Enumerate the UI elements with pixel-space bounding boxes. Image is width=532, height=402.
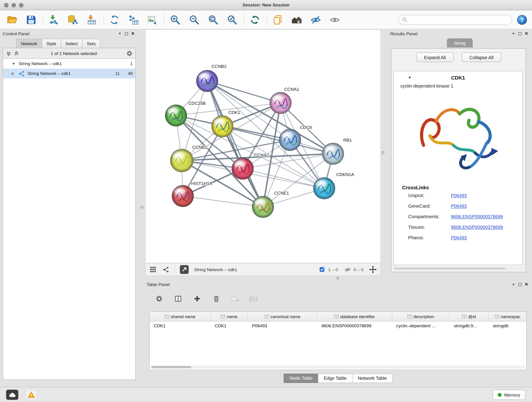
zoom-fit-icon[interactable] bbox=[206, 13, 220, 27]
selected-checkbox-icon bbox=[318, 265, 326, 274]
search-field[interactable] bbox=[399, 15, 512, 24]
network-node-cdk1[interactable]: CDK1 bbox=[211, 110, 240, 137]
export-image-icon[interactable] bbox=[145, 13, 159, 27]
column-header-namespace[interactable]: namespac bbox=[489, 312, 526, 321]
column-header-shared-name[interactable]: shared name bbox=[150, 312, 210, 321]
string-network-icon bbox=[19, 70, 25, 77]
new-network-table-icon[interactable] bbox=[126, 13, 140, 27]
results-panel-header: Results Panel ▼ × bbox=[390, 30, 529, 38]
import-network-file-icon[interactable] bbox=[46, 13, 61, 27]
open-in-new-window-button[interactable] bbox=[180, 265, 189, 274]
expand-all-button[interactable]: Expand All bbox=[416, 53, 454, 62]
cloud-services-button[interactable] bbox=[6, 390, 18, 400]
collapse-all-icon[interactable] bbox=[6, 51, 12, 56]
close-window-icon[interactable] bbox=[4, 3, 8, 7]
right-splitter-handle[interactable] bbox=[381, 151, 385, 154]
network-node-ccnb1[interactable]: CCNB1 bbox=[170, 145, 207, 172]
disclosure-triangle-icon[interactable]: ▼ bbox=[12, 62, 15, 65]
network-node-ccna1[interactable]: CCNA1 bbox=[270, 87, 299, 114]
compartments-link[interactable]: 9606.ENSP00000378699 bbox=[451, 214, 503, 219]
network-view-toolbar: String Network – cdk1 1 – 0 0 – 0 bbox=[145, 263, 381, 276]
table-type-tabs: Node Table Edge Table Network Table bbox=[147, 374, 530, 383]
search-input[interactable] bbox=[409, 16, 512, 24]
tab-sets[interactable]: Sets bbox=[82, 39, 100, 48]
collapse-panel-icon[interactable]: ▼ bbox=[512, 283, 515, 286]
left-splitter-handle[interactable] bbox=[140, 206, 143, 209]
disclosure-triangle-icon[interactable]: ▼ bbox=[408, 75, 412, 80]
tab-string[interactable]: String bbox=[447, 38, 473, 47]
pharos-link[interactable]: P06493 bbox=[451, 235, 467, 240]
network-edge[interactable] bbox=[183, 196, 263, 207]
crosslink-row-tissues: Tissues: 9606.ENSP00000378699 bbox=[394, 222, 523, 233]
bottom-splitter-handle[interactable] bbox=[336, 277, 339, 280]
show-columns-icon[interactable] bbox=[173, 294, 183, 304]
refresh-icon[interactable] bbox=[248, 13, 262, 27]
tab-style[interactable]: Style bbox=[42, 39, 61, 48]
zoom-out-icon[interactable] bbox=[187, 13, 201, 27]
network-row-selected[interactable]: String Network – cdk1 11 48 bbox=[3, 69, 135, 78]
tab-network-table[interactable]: Network Table bbox=[352, 374, 393, 383]
network-node-rb1[interactable]: RB1 bbox=[322, 138, 352, 165]
table-row[interactable]: CDK1 CDK1 P06493 9606.ENSP00000378699 cy… bbox=[150, 321, 526, 330]
warnings-button[interactable] bbox=[26, 390, 37, 400]
column-header-database-identifier[interactable]: database identifier bbox=[317, 312, 392, 321]
column-header-name[interactable]: name bbox=[210, 312, 248, 321]
tab-node-table[interactable]: Node Table bbox=[284, 374, 318, 383]
window-title: Session: New Session bbox=[0, 0, 532, 10]
new-network-icon[interactable] bbox=[107, 13, 121, 27]
memory-button[interactable]: Memory bbox=[493, 390, 525, 400]
zoom-in-icon[interactable] bbox=[168, 13, 182, 27]
add-column-icon[interactable] bbox=[192, 294, 202, 304]
minimize-window-icon[interactable] bbox=[12, 3, 16, 7]
float-panel-icon[interactable] bbox=[518, 283, 521, 286]
copy-icon[interactable] bbox=[270, 13, 285, 27]
network-edge[interactable] bbox=[207, 81, 280, 103]
column-header-description[interactable]: description bbox=[392, 312, 450, 321]
show-all-networks-icon[interactable] bbox=[289, 13, 304, 27]
network-selection-status: 1 of 1 Network selected bbox=[21, 51, 126, 56]
protein-card-header[interactable]: ▼ CDK1 bbox=[394, 71, 523, 83]
network-edge[interactable] bbox=[207, 81, 263, 207]
protein-full-name: cyclin-dependent kinase 1 bbox=[394, 83, 523, 89]
network-options-gear-icon[interactable] bbox=[126, 50, 133, 56]
float-panel-icon[interactable] bbox=[125, 32, 128, 35]
network-node-cdkn1a[interactable]: CDKN1A bbox=[313, 172, 354, 199]
table-options-gear-icon[interactable] bbox=[154, 294, 164, 304]
float-panel-icon[interactable] bbox=[518, 32, 521, 35]
network-node-hist1h1a[interactable]: HIST1H1A bbox=[172, 181, 212, 207]
collection-label: String Network – cdk1 bbox=[19, 61, 62, 66]
save-session-icon[interactable] bbox=[24, 13, 38, 27]
network-collection-row[interactable]: ▼ String Network – cdk1 1 bbox=[3, 59, 135, 69]
expand-all-icon[interactable] bbox=[13, 51, 19, 56]
import-network-database-icon[interactable] bbox=[65, 13, 80, 27]
column-header-canonical-name[interactable]: canonical name bbox=[248, 312, 317, 321]
zoom-window-icon[interactable] bbox=[19, 3, 23, 7]
collapse-all-button[interactable]: Collapse All bbox=[462, 53, 501, 62]
network-view-canvas[interactable]: CCNB2CCNA1CDC25BCDK1CDC6RB1CCNB1CCNA2CDK… bbox=[145, 30, 381, 263]
network-node-ccnb2[interactable]: CCNB2 bbox=[196, 64, 226, 92]
close-panel-icon[interactable]: × bbox=[525, 282, 528, 287]
tab-select[interactable]: Select bbox=[60, 39, 82, 48]
table-horizontal-scrollbar[interactable] bbox=[150, 366, 526, 369]
import-table-icon[interactable] bbox=[85, 13, 99, 27]
help-icon[interactable]: ? bbox=[517, 14, 527, 25]
collapse-panel-icon[interactable]: ▼ bbox=[118, 32, 121, 35]
zoom-selected-icon[interactable] bbox=[225, 13, 239, 27]
close-panel-icon[interactable]: × bbox=[525, 32, 528, 36]
column-header-id[interactable]: @id bbox=[450, 312, 489, 321]
genecard-link[interactable]: P06493 bbox=[451, 204, 467, 209]
birds-eye-crosshair-icon[interactable] bbox=[369, 265, 377, 274]
delete-column-trash-icon[interactable] bbox=[211, 294, 221, 304]
network-overview-icon[interactable] bbox=[162, 265, 170, 274]
results-horizontal-scrollbar[interactable] bbox=[393, 267, 523, 270]
hide-selected-icon[interactable] bbox=[308, 13, 323, 27]
open-session-icon[interactable] bbox=[5, 13, 19, 27]
collapse-panel-icon[interactable]: ▼ bbox=[512, 32, 515, 35]
uniprot-link[interactable]: P06493 bbox=[451, 193, 467, 198]
tab-network[interactable]: Network bbox=[16, 39, 42, 48]
tissues-link[interactable]: 9606.ENSP00000378699 bbox=[451, 225, 503, 230]
tab-edge-table[interactable]: Edge Table bbox=[318, 374, 352, 383]
grid-view-icon[interactable] bbox=[149, 265, 157, 274]
show-selected-icon[interactable] bbox=[327, 13, 342, 27]
close-panel-icon[interactable]: × bbox=[131, 32, 134, 36]
